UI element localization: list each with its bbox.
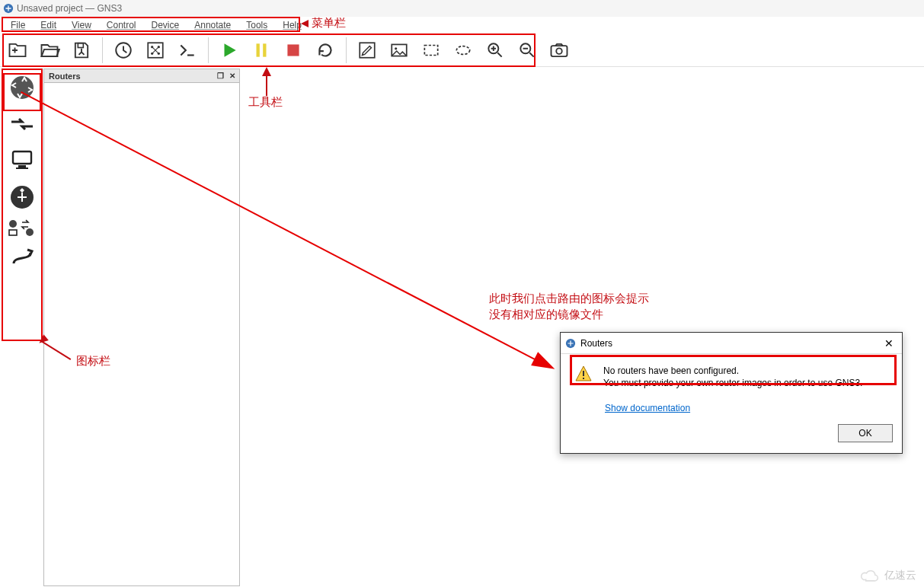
arrow-left-icon — [301, 20, 309, 27]
svg-rect-14 — [424, 45, 437, 55]
open-project-button[interactable] — [35, 36, 64, 65]
app-icon — [3, 3, 14, 14]
toolbar-separator — [208, 37, 209, 63]
menu-control[interactable]: Control — [99, 18, 144, 32]
svg-rect-21 — [13, 152, 31, 164]
svg-point-19 — [556, 48, 561, 53]
dialog-body: No routers have been configured. You mus… — [561, 354, 902, 418]
svg-point-25 — [9, 220, 17, 228]
menu-edit[interactable]: Edit — [33, 18, 64, 32]
svg-rect-9 — [263, 43, 266, 56]
svg-rect-8 — [257, 43, 260, 56]
svg-rect-23 — [16, 167, 28, 169]
panel-undock-button[interactable]: ❐ — [215, 70, 225, 81]
svg-rect-26 — [9, 230, 17, 235]
app-title: Unsaved project — GNS3 — [17, 3, 122, 14]
dialog-message: No routers have been configured. You mus… — [603, 365, 862, 389]
watermark-text: 亿速云 — [884, 569, 916, 582]
zoom-out-button[interactable] — [513, 36, 542, 65]
save-project-button[interactable] — [67, 36, 96, 65]
device-all[interactable] — [6, 218, 38, 238]
svg-point-27 — [26, 228, 34, 236]
dialog-message-line1: No routers have been configured. — [603, 365, 862, 377]
image-button[interactable] — [385, 36, 414, 65]
device-security[interactable] — [6, 181, 38, 213]
svg-point-13 — [395, 47, 397, 49]
routers-dialog: Routers ✕ No routers have been configure… — [560, 332, 903, 454]
svg-rect-18 — [552, 46, 568, 56]
dialog-message-line2: You must provide your own router images … — [603, 377, 862, 389]
menubar: File Edit View Control Device Annotate T… — [0, 17, 924, 33]
annotation-dialog-line2: 没有相对应的镜像文件 — [489, 306, 649, 322]
new-project-button[interactable] — [3, 36, 32, 65]
rectangle-button[interactable] — [417, 36, 446, 65]
zoom-in-button[interactable] — [481, 36, 510, 65]
menu-device[interactable]: Device — [144, 18, 187, 32]
connector-arrowhead-icon — [531, 352, 558, 375]
ok-button[interactable]: OK — [838, 424, 893, 442]
reload-button[interactable] — [311, 36, 340, 65]
grid-button[interactable] — [141, 36, 170, 65]
device-link[interactable] — [6, 242, 38, 274]
svg-rect-29 — [583, 371, 584, 376]
pause-all-button[interactable] — [247, 36, 276, 65]
menu-tools[interactable]: Tools — [238, 18, 275, 32]
toolbar-separator — [346, 37, 347, 63]
annotation-menubar: 菜单栏 — [301, 16, 346, 30]
panel-title-text: Routers — [49, 72, 81, 81]
note-button[interactable] — [353, 36, 382, 65]
annotation-toolbar: 工具栏 — [248, 95, 283, 110]
dialog-close-button[interactable]: ✕ — [881, 336, 897, 351]
console-button[interactable] — [173, 36, 202, 65]
annotation-iconbar: 图标栏 — [76, 354, 110, 368]
watermark: 亿速云 — [860, 569, 916, 582]
arrow-up-icon — [262, 67, 271, 76]
start-all-button[interactable] — [215, 36, 244, 65]
device-end-devices[interactable] — [6, 145, 38, 177]
annotation-dialog: 此时我们点击路由的图标会提示 没有相对应的镜像文件 — [489, 290, 649, 322]
clock-button[interactable] — [109, 36, 138, 65]
dialog-icon — [565, 338, 576, 349]
svg-point-15 — [456, 46, 469, 54]
routers-panel: Routers ❐ ✕ — [43, 69, 240, 586]
menu-file[interactable]: File — [3, 18, 33, 32]
svg-rect-10 — [287, 44, 299, 56]
screenshot-button[interactable] — [545, 36, 574, 65]
menu-annotate[interactable]: Annotate — [187, 18, 238, 32]
panel-title: Routers ❐ ✕ — [44, 69, 239, 83]
device-switches[interactable] — [6, 108, 38, 140]
show-documentation-link[interactable]: Show documentation — [605, 403, 690, 413]
stop-all-button[interactable] — [279, 36, 308, 65]
annotation-dialog-line1: 此时我们点击路由的图标会提示 — [489, 290, 649, 306]
arrow-stem — [266, 76, 267, 96]
cloud-icon — [860, 569, 880, 582]
toolbar — [0, 33, 924, 67]
toolbar-separator — [102, 37, 103, 63]
dialog-titlebar: Routers ✕ — [561, 333, 902, 354]
ellipse-button[interactable] — [449, 36, 478, 65]
warning-icon — [574, 365, 593, 383]
dialog-title-text: Routers — [580, 338, 612, 349]
menu-view[interactable]: View — [64, 18, 99, 32]
svg-rect-22 — [18, 165, 26, 167]
titlebar: Unsaved project — GNS3 — [0, 0, 924, 17]
device-bar — [2, 69, 42, 341]
annotation-menubar-text: 菜单栏 — [312, 16, 346, 30]
svg-rect-30 — [583, 378, 584, 379]
panel-close-button[interactable]: ✕ — [227, 70, 238, 81]
